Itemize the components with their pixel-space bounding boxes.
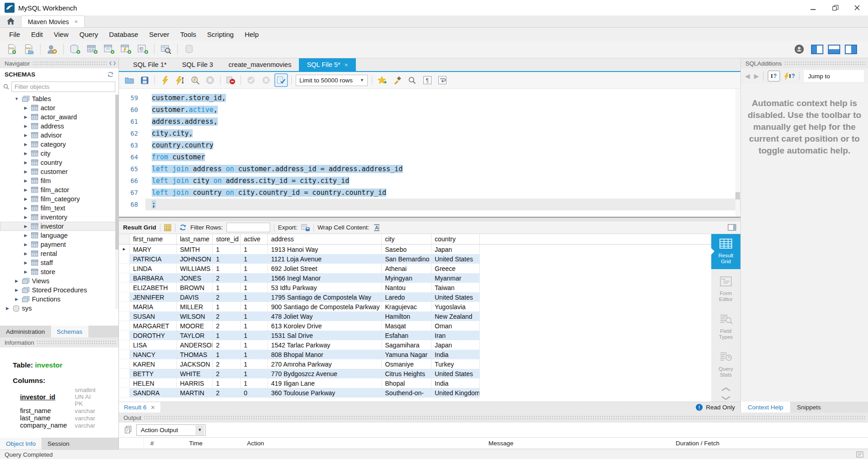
cell-address[interactable]: 770 Bydgoszcz Avenue <box>268 369 382 378</box>
cell-first-name[interactable]: KAREN <box>130 359 177 369</box>
toggle-automatic-help-icon[interactable]: I? <box>784 73 795 80</box>
tab-administration[interactable]: Administration <box>0 326 51 337</box>
output-column-action[interactable]: Action <box>241 440 482 447</box>
tree-collapsed-icon[interactable]: ▶ <box>23 151 29 156</box>
row-selector[interactable] <box>119 321 130 331</box>
row-selector[interactable] <box>119 292 130 302</box>
cell-address[interactable]: 1566 Inegl Manor <box>268 273 382 283</box>
cell-first-name[interactable]: PATRICIA <box>130 254 177 264</box>
cell-address[interactable]: 1795 Santiago de Compostela Way <box>268 292 382 302</box>
row-selector[interactable] <box>119 264 130 273</box>
reconnect-db-icon[interactable] <box>182 42 196 56</box>
close-tab-icon[interactable]: × <box>344 61 348 68</box>
cell-address[interactable]: 613 Korolev Drive <box>268 321 382 331</box>
tree-collapsed-icon[interactable]: ▶ <box>23 115 29 119</box>
tree-collapsed-icon[interactable]: ▶ <box>23 251 29 256</box>
side-tab-result-grid[interactable]: ResultGrid <box>711 234 740 269</box>
cell-store-id[interactable]: 1 <box>213 245 241 254</box>
refresh-grid-icon[interactable] <box>179 224 187 231</box>
cell-city[interactable]: San Bernardino <box>382 254 431 264</box>
cell-country[interactable]: New Zealand <box>431 311 480 321</box>
filter-rows-input[interactable] <box>226 223 270 232</box>
tree-collapsed-icon[interactable]: ▶ <box>23 242 29 247</box>
cell-active[interactable]: 1 <box>241 302 268 311</box>
tab-schemas[interactable]: Schemas <box>51 326 88 337</box>
cell-first-name[interactable]: HELEN <box>130 378 177 388</box>
close-result-tab-icon[interactable]: ✕ <box>151 404 155 411</box>
jump-to-dropdown[interactable]: Jump to <box>804 70 864 82</box>
cell-active[interactable]: 1 <box>241 321 268 331</box>
chevron-up-icon[interactable] <box>720 386 731 393</box>
navigator-scrollbar-thumb[interactable] <box>115 95 118 250</box>
tree-collapsed-icon[interactable]: ▶ <box>23 188 29 192</box>
cell-country[interactable]: India <box>431 350 480 359</box>
cell-store-id[interactable]: 2 <box>213 340 241 350</box>
output-column-message[interactable]: Message <box>482 440 669 447</box>
cell-active[interactable]: 1 <box>241 378 268 388</box>
cell-address[interactable]: 1913 Hanoi Way <box>268 245 382 254</box>
row-selector[interactable] <box>119 369 130 378</box>
cell-first-name[interactable]: NANCY <box>130 350 177 359</box>
cell-last-name[interactable]: TAYLOR <box>177 331 213 340</box>
tree-item-film-actor[interactable]: ▶film_actor <box>0 185 118 194</box>
row-selector[interactable] <box>119 340 130 350</box>
cell-active[interactable]: 1 <box>241 283 268 292</box>
minimize-button[interactable] <box>802 0 824 15</box>
code-line-59[interactable]: 59customer.store_id, <box>119 92 740 104</box>
save-script-icon[interactable] <box>139 74 150 86</box>
cell-store-id[interactable]: 1 <box>213 283 241 292</box>
tab-snippets[interactable]: Snippets <box>790 402 828 413</box>
cell-store-id[interactable]: 1 <box>213 378 241 388</box>
menu-help[interactable]: Help <box>239 31 264 38</box>
cell-address[interactable]: 270 Amroha Parkway <box>268 359 382 369</box>
row-selector[interactable]: ► <box>119 245 130 254</box>
cell-country[interactable]: Oman <box>431 321 480 331</box>
find-icon[interactable] <box>406 74 418 86</box>
row-selector[interactable] <box>119 331 130 340</box>
commit-icon[interactable] <box>245 74 257 86</box>
row-selector[interactable] <box>119 302 130 311</box>
cell-country[interactable]: Myanmar <box>431 273 480 283</box>
cell-address[interactable]: 808 Bhopal Manor <box>268 350 382 359</box>
save-snippet-icon[interactable] <box>376 74 388 86</box>
cell-first-name[interactable]: ELIZABETH <box>130 283 177 292</box>
menu-tools[interactable]: Tools <box>175 31 202 38</box>
tree-expanded-icon[interactable]: ▼ <box>14 97 20 101</box>
toggle-left-panel-button[interactable] <box>811 45 823 54</box>
cell-active[interactable]: 1 <box>241 340 268 350</box>
cell-first-name[interactable]: MARIA <box>130 302 177 311</box>
filter-objects-input[interactable] <box>11 82 115 92</box>
stop-query-icon[interactable] <box>204 74 216 86</box>
home-tab[interactable] <box>0 15 21 27</box>
close-button[interactable] <box>846 0 868 15</box>
tree-collapsed-icon[interactable]: ▶ <box>23 124 29 128</box>
cell-first-name[interactable]: LISA <box>130 340 177 350</box>
menu-server[interactable]: Server <box>144 31 175 38</box>
cell-first-name[interactable]: DOROTHY <box>130 331 177 340</box>
cell-store-id[interactable]: 1 <box>213 302 241 311</box>
tree-item-staff[interactable]: ▶staff <box>0 258 118 267</box>
tree-collapsed-icon[interactable]: ▶ <box>14 297 20 301</box>
cell-city[interactable]: Bhopal <box>382 378 431 388</box>
toggle-preview-panel-icon[interactable] <box>728 224 736 231</box>
sql-code-editor[interactable]: 59customer.store_id,60customer.active,61… <box>119 88 740 217</box>
cell-city[interactable]: Athenai <box>382 264 431 273</box>
cell-active[interactable]: 1 <box>241 350 268 359</box>
cell-city[interactable]: Myingyan <box>382 273 431 283</box>
cell-last-name[interactable]: WHITE <box>177 369 213 378</box>
tree-item-sys[interactable]: ▶sys <box>0 304 118 313</box>
cell-country[interactable]: United States <box>431 292 480 302</box>
tree-item-tables[interactable]: ▼Tables <box>0 94 118 103</box>
menu-query[interactable]: Query <box>74 31 103 38</box>
cell-first-name[interactable]: SANDRA <box>130 388 177 398</box>
result-tab[interactable]: Result 6 ✕ <box>119 402 160 413</box>
output-type-select[interactable]: Action Output ▼ <box>136 424 205 436</box>
cell-country[interactable]: India <box>431 378 480 388</box>
new-query-tab-icon[interactable]: SQL <box>5 42 19 56</box>
menu-file[interactable]: File <box>4 31 26 38</box>
cell-city[interactable]: Osmaniye <box>382 359 431 369</box>
code-line-65[interactable]: 65left join address on customer.address_… <box>119 163 740 175</box>
row-selector[interactable] <box>119 350 130 359</box>
tree-item-investor[interactable]: ▶investor <box>0 222 118 231</box>
cell-last-name[interactable]: DAVIS <box>177 292 213 302</box>
